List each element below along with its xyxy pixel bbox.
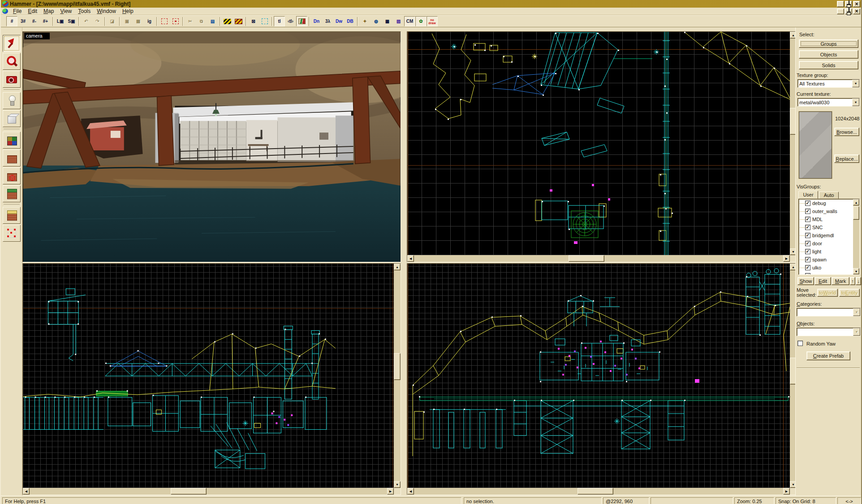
child-close-button[interactable] bbox=[853, 9, 860, 14]
run-map-b-button[interactable]: DB bbox=[345, 16, 356, 26]
menu-window[interactable]: Window bbox=[94, 8, 119, 15]
visgroup-checkbox[interactable] bbox=[805, 273, 810, 275]
select-objects-button[interactable]: Objects bbox=[799, 50, 858, 59]
edit-cordon-button[interactable] bbox=[233, 16, 244, 26]
vertical-scrollbar[interactable]: ▲ ▼ bbox=[394, 264, 401, 488]
scroll-right-button[interactable]: ▶ bbox=[783, 488, 790, 495]
menu-view[interactable]: View bbox=[57, 8, 75, 15]
visgroup-checkbox[interactable] bbox=[805, 257, 810, 262]
morph-tool[interactable] bbox=[3, 225, 21, 242]
to-world-button[interactable]: toWorld bbox=[817, 289, 838, 297]
camera-tool[interactable] bbox=[3, 71, 21, 88]
visgroup-label[interactable]: light bbox=[812, 249, 821, 254]
larger-grid-button[interactable]: #+ bbox=[40, 16, 51, 26]
flip-display-button[interactable] bbox=[296, 16, 307, 26]
texture-scale-lock-button[interactable]: ‹tl› bbox=[285, 16, 296, 26]
viewport-2d-front[interactable]: ▲ ▼ ◀ ▶ bbox=[22, 263, 401, 495]
scroll-left-button[interactable]: ◀ bbox=[407, 255, 414, 262]
viewport-2d-top[interactable]: ▲ ▼ ◀ ▶ bbox=[407, 31, 797, 262]
list-scrollbar[interactable]: ▲ ▼ bbox=[853, 199, 859, 274]
tab-auto[interactable]: Auto bbox=[819, 192, 839, 199]
scroll-thumb[interactable] bbox=[171, 488, 207, 495]
visgroup-mark-button[interactable]: Mark bbox=[832, 277, 849, 285]
block-tool[interactable] bbox=[3, 110, 21, 127]
scroll-thumb[interactable] bbox=[853, 206, 859, 220]
dropdown-arrow-icon[interactable] bbox=[853, 328, 860, 336]
scroll-up-button[interactable]: ▲ bbox=[394, 264, 401, 270]
app-icon[interactable] bbox=[2, 1, 9, 7]
scroll-right-button[interactable]: ▶ bbox=[387, 488, 394, 495]
hide-selected-button[interactable] bbox=[159, 16, 170, 26]
horizontal-scrollbar[interactable]: ◀ ▶ bbox=[407, 255, 790, 262]
child-minimize-button[interactable] bbox=[837, 9, 844, 14]
visgroup-checkbox[interactable] bbox=[805, 233, 810, 238]
select-groups-button[interactable]: Groups bbox=[799, 39, 858, 48]
status-resize-grip[interactable]: <-> bbox=[837, 497, 861, 504]
scroll-up-button[interactable]: ▲ bbox=[853, 199, 859, 205]
visgroup-checkbox[interactable] bbox=[805, 201, 810, 206]
horizontal-scrollbar[interactable]: ◀ ▶ bbox=[23, 488, 394, 495]
scroll-left-button[interactable]: ◀ bbox=[23, 488, 30, 495]
to-entity-button[interactable]: toEntity bbox=[839, 289, 860, 297]
texture-preview-button[interactable]: ✿ bbox=[415, 16, 427, 26]
document-icon[interactable] bbox=[2, 9, 8, 14]
random-yaw-checkbox[interactable] bbox=[797, 341, 803, 346]
scroll-right-button[interactable]: ▶ bbox=[783, 255, 790, 262]
visgroup-checkbox[interactable] bbox=[805, 265, 810, 270]
scroll-left-button[interactable]: ◀ bbox=[407, 488, 414, 495]
scroll-thumb[interactable] bbox=[569, 255, 604, 262]
texture-group-select[interactable]: All Textures bbox=[797, 79, 860, 88]
load-window-state-button[interactable]: L▣ bbox=[55, 16, 66, 26]
toggle-grid-button[interactable]: # bbox=[6, 16, 17, 26]
hide-unselected-button[interactable] bbox=[170, 16, 181, 26]
texture-lock-button[interactable]: tl bbox=[274, 16, 285, 26]
apply-texture-tool[interactable] bbox=[3, 149, 21, 167]
magnify-tool[interactable] bbox=[3, 53, 21, 70]
select-solids-button[interactable]: Solids bbox=[799, 61, 858, 69]
browse-button[interactable]: Browse... bbox=[834, 128, 859, 136]
horizontal-scrollbar[interactable]: ◀ ▶ bbox=[407, 488, 790, 495]
dropdown-arrow-icon[interactable] bbox=[853, 308, 860, 316]
texture-application-tool[interactable] bbox=[3, 132, 21, 149]
create-prefab-button[interactable]: Create Prefab bbox=[806, 351, 850, 360]
child-restore-button[interactable] bbox=[845, 9, 852, 14]
no-draw-button[interactable]: no draw bbox=[427, 16, 438, 26]
tab-user[interactable]: User bbox=[798, 191, 818, 199]
cm-toggle-button[interactable]: CM bbox=[404, 16, 415, 26]
visgroup-label[interactable]: MDL bbox=[812, 217, 823, 222]
run-map-3d-button[interactable]: 3λ bbox=[322, 16, 333, 26]
ignore-groups-button[interactable]: ig bbox=[144, 16, 155, 26]
alpha-paint-button[interactable]: ▨ bbox=[393, 16, 404, 26]
visgroup-label[interactable]: debug bbox=[812, 201, 826, 206]
viewport-3d[interactable]: camera bbox=[22, 31, 401, 262]
minimize-button[interactable] bbox=[837, 1, 844, 7]
paste-button[interactable]: ▤ bbox=[207, 16, 218, 26]
run-map-normal-button[interactable]: Dn bbox=[311, 16, 322, 26]
current-texture-select[interactable]: metal/wall030 bbox=[797, 98, 860, 107]
visgroup-label[interactable]: bridgemdl bbox=[812, 233, 834, 238]
viewport-2d-side[interactable]: ▲ ▼ ◀ ▶ bbox=[407, 263, 797, 495]
visgroup-checkbox[interactable] bbox=[805, 217, 810, 222]
dropdown-arrow-icon[interactable] bbox=[852, 98, 859, 106]
menu-tools[interactable]: Tools bbox=[75, 8, 94, 15]
menu-help[interactable]: Help bbox=[119, 8, 137, 15]
visgroup-show-button[interactable]: Show bbox=[797, 277, 814, 285]
categories-select[interactable] bbox=[797, 308, 861, 316]
model-browser-button[interactable]: ◍ bbox=[371, 16, 382, 26]
visgroup-label[interactable]: door bbox=[812, 241, 822, 246]
toggle-cordon-button[interactable] bbox=[222, 16, 233, 26]
splash-tool-button[interactable]: ✦ bbox=[359, 16, 371, 26]
entity-tool[interactable] bbox=[3, 92, 21, 109]
toggle-3d-grid-button[interactable]: 3# bbox=[17, 16, 29, 26]
scroll-thumb[interactable] bbox=[394, 353, 401, 380]
visgroup-checkbox[interactable] bbox=[805, 225, 810, 230]
visgroup-move-down-button[interactable]: ↓ bbox=[856, 277, 861, 285]
menu-edit[interactable]: Edit bbox=[25, 8, 40, 15]
decal-tool[interactable] bbox=[3, 167, 21, 184]
dropdown-arrow-icon[interactable] bbox=[852, 80, 859, 87]
vertex-tool[interactable] bbox=[3, 207, 21, 224]
menu-map[interactable]: Map bbox=[40, 8, 57, 15]
displacement-mask-button[interactable]: ▦ bbox=[382, 16, 393, 26]
visgroup-checkbox[interactable] bbox=[805, 249, 810, 254]
visgroups-list[interactable]: debugouter_wallsMDLSNCbridgemdldoorlight… bbox=[798, 199, 860, 275]
